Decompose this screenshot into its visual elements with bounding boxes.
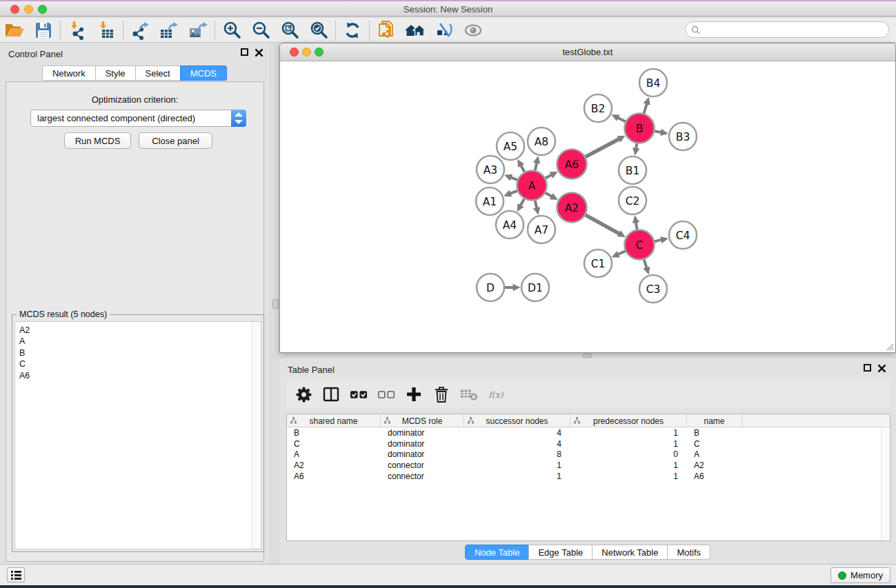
table-cell[interactable]: C: [287, 439, 381, 449]
table-cell[interactable]: 1: [570, 439, 687, 449]
export-image-icon[interactable]: [183, 19, 212, 41]
column-header-MCDS-role[interactable]: MCDS role: [381, 414, 464, 427]
close-panel-icon[interactable]: [255, 48, 263, 57]
mcds-result-item[interactable]: B: [19, 347, 30, 358]
table-cell[interactable]: dominator: [381, 439, 464, 449]
column-header-name[interactable]: name: [687, 414, 742, 427]
tab-edge-table[interactable]: Edge Table: [528, 545, 593, 560]
float-panel-icon[interactable]: [241, 48, 248, 56]
table-cell[interactable]: A2: [687, 460, 742, 470]
table-cell[interactable]: 1: [464, 472, 570, 481]
close-panel-button[interactable]: Close panel: [139, 132, 212, 149]
run-mcds-button[interactable]: Run MCDS: [64, 132, 131, 149]
mcds-panel: Optimization criterion: largest connecte…: [6, 81, 264, 562]
table-row[interactable]: Bdominator41B: [287, 427, 890, 438]
vertical-splitter-grip[interactable]: [272, 299, 279, 309]
table-cell[interactable]: B: [687, 428, 742, 438]
column-header-predecessor-nodes[interactable]: predecessor nodes: [570, 414, 687, 427]
memory-button[interactable]: Memory: [830, 567, 890, 583]
control-tab-network[interactable]: Network: [42, 65, 96, 81]
table-cell[interactable]: 1: [570, 460, 687, 470]
network-from-file-icon[interactable]: [372, 19, 401, 41]
node-label: C3: [646, 283, 661, 296]
add-column-icon[interactable]: [405, 385, 423, 403]
edge-C-C3[interactable]: [644, 259, 647, 268]
split-columns-icon[interactable]: [322, 385, 340, 403]
zoom-fit-icon[interactable]: [275, 19, 304, 41]
edge-B-B4[interactable]: [644, 103, 648, 113]
edge-A2-C[interactable]: [586, 215, 620, 234]
close-table-panel-icon[interactable]: [877, 364, 886, 373]
export-network-icon[interactable]: [126, 19, 155, 41]
table-cell[interactable]: A2: [287, 460, 381, 470]
control-tab-select[interactable]: Select: [135, 65, 181, 81]
show-panels-button[interactable]: [7, 567, 25, 582]
table-cell[interactable]: A6: [287, 472, 381, 481]
table-cell[interactable]: C: [687, 439, 742, 449]
gear-icon[interactable]: [295, 385, 312, 403]
table-row[interactable]: A6connector11A6: [287, 471, 890, 482]
refresh-icon[interactable]: [338, 19, 367, 41]
node-label: A5: [504, 141, 517, 153]
table-row[interactable]: A2connector11A2: [287, 460, 890, 471]
deselect-all-icon[interactable]: [377, 385, 395, 403]
select-all-icon[interactable]: [350, 385, 368, 403]
float-table-panel-icon[interactable]: [864, 364, 871, 372]
search-box[interactable]: [685, 21, 889, 38]
control-tab-style[interactable]: Style: [95, 65, 136, 81]
mcds-result-item[interactable]: C: [19, 358, 30, 369]
table-scrollbar[interactable]: [881, 428, 889, 540]
home-icon[interactable]: [401, 19, 430, 41]
export-table-icon[interactable]: [155, 19, 183, 41]
column-header-shared-name[interactable]: shared name: [287, 414, 381, 427]
table-row[interactable]: Adominator80A: [287, 449, 890, 460]
column-header-successor-nodes[interactable]: successor nodes: [464, 414, 570, 427]
table-cell[interactable]: 4: [464, 428, 570, 438]
save-session-icon[interactable]: [29, 19, 58, 41]
table-cell[interactable]: A: [687, 449, 742, 459]
mcds-result-item[interactable]: A: [19, 336, 30, 347]
table-cell[interactable]: 8: [464, 449, 570, 459]
zoom-in-icon[interactable]: [217, 19, 246, 41]
horizontal-splitter-grip[interactable]: [583, 354, 592, 358]
table-cell[interactable]: 0: [570, 449, 687, 459]
edge-B-B2[interactable]: [617, 117, 625, 121]
toolbar-separator: [369, 21, 370, 40]
mcds-result-item[interactable]: A2: [19, 325, 30, 336]
network-canvas[interactable]: B4B2BB3A5A8A6B1A3AA1C2A2A4A7C4CC1C3DD1: [280, 61, 895, 352]
network-window-titlebar[interactable]: testGlobe.txt: [280, 43, 895, 61]
table-cell[interactable]: connector: [381, 472, 464, 481]
control-tab-mcds[interactable]: MCDS: [180, 65, 227, 81]
open-file-icon[interactable]: [0, 19, 29, 41]
table-cell[interactable]: dominator: [381, 449, 464, 459]
eye-icon[interactable]: [459, 19, 488, 41]
tab-network-table[interactable]: Network Table: [592, 545, 668, 560]
network-graph: B4B2BB3A5A8A6B1A3AA1C2A2A4A7C4CC1C3DD1: [280, 61, 895, 352]
zoom-selected-icon[interactable]: [304, 19, 333, 41]
tab-node-table[interactable]: Node Table: [465, 545, 530, 560]
edge-A6-B[interactable]: [586, 139, 620, 156]
search-input[interactable]: [700, 25, 888, 35]
resize-grip-icon[interactable]: [885, 342, 894, 351]
table-cell[interactable]: 4: [464, 439, 570, 449]
import-network-icon[interactable]: [63, 19, 92, 41]
table-cell[interactable]: A6: [687, 472, 742, 481]
node-label: C: [636, 239, 644, 252]
mcds-result-list[interactable]: A2ABCA6: [14, 321, 261, 549]
table-cell[interactable]: 1: [464, 460, 570, 470]
tab-motifs[interactable]: Motifs: [667, 545, 710, 560]
hide-details-icon[interactable]: [430, 19, 459, 41]
table-cell[interactable]: 1: [570, 428, 687, 438]
optimization-criterion-dropdown[interactable]: largest connected component (directed): [30, 110, 246, 127]
delete-icon[interactable]: [432, 385, 450, 403]
table-cell[interactable]: dominator: [381, 428, 464, 438]
mcds-list-scrollbar[interactable]: [252, 322, 261, 549]
table-cell[interactable]: B: [287, 428, 381, 438]
import-table-icon[interactable]: [92, 19, 121, 41]
table-cell[interactable]: connector: [381, 460, 464, 470]
zoom-out-icon[interactable]: [246, 19, 275, 41]
table-cell[interactable]: 1: [570, 472, 687, 481]
mcds-result-item[interactable]: A6: [19, 370, 30, 381]
table-cell[interactable]: A: [287, 449, 381, 459]
table-row[interactable]: Cdominator41C: [287, 438, 890, 449]
